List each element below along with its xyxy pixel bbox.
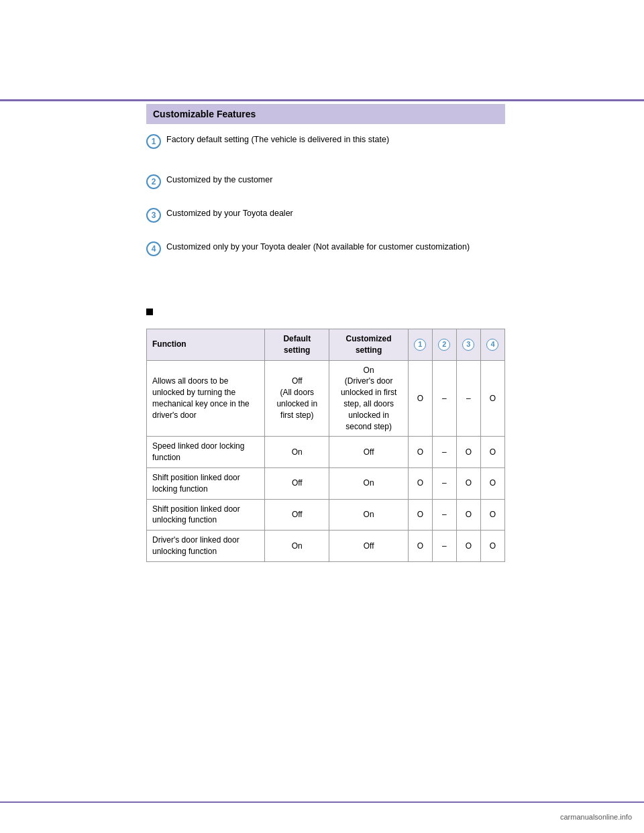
cell-customized-0: On(Driver's door unlocked in first step,… <box>329 360 408 437</box>
bullet-section <box>146 309 153 315</box>
cell-function-0: Allows all doors to be unlocked by turni… <box>147 360 265 437</box>
table-header-col4: 4 <box>480 329 504 361</box>
legend-item-4: 4 Customized only by your Toyota dealer … <box>146 241 470 256</box>
cell-col2-row1: – <box>432 437 456 468</box>
cell-col1-row4: O <box>408 531 432 562</box>
cell-col1-row1: O <box>408 437 432 468</box>
cell-function-2: Shift position linked door locking funct… <box>147 467 265 499</box>
page: Customizable Features 1 Factory default … <box>0 0 644 833</box>
table-row: Allows all doors to be unlocked by turni… <box>147 360 505 437</box>
table-row: Shift position linked door unlocking fun… <box>147 499 505 531</box>
table-header-col2: 2 <box>432 329 456 361</box>
badge-4: 4 <box>146 241 161 256</box>
features-table-container: Function Default setting Customized sett… <box>146 329 505 562</box>
cell-function-4: Driver's door linked door unlocking func… <box>147 531 265 562</box>
cell-default-2: Off <box>265 467 329 499</box>
table-header-function: Function <box>147 329 265 361</box>
header-badge-3: 3 <box>462 339 474 351</box>
table-row: Shift position linked door locking funct… <box>147 467 505 499</box>
badge-3: 3 <box>146 208 161 223</box>
cell-col3-row4: O <box>456 531 480 562</box>
legend-item-2: 2 Customized by the customer <box>146 174 272 189</box>
table-row: Driver's door linked door unlocking func… <box>147 531 505 562</box>
black-square-icon <box>146 309 153 315</box>
bottom-decorative-line <box>0 801 644 803</box>
cell-default-4: On <box>265 531 329 562</box>
legend-item-3: 3 Customized by your Toyota dealer <box>146 208 293 223</box>
logo-text: carmanualsonline.info <box>560 813 632 821</box>
cell-col3-row1: O <box>456 437 480 468</box>
cell-col2-row2: – <box>432 467 456 499</box>
table-header-col3: 3 <box>456 329 480 361</box>
cell-customized-3: On <box>329 499 408 531</box>
cell-col2-row0: – <box>432 360 456 437</box>
cell-default-1: On <box>265 437 329 468</box>
cell-col4-row4: O <box>480 531 504 562</box>
header-badge-2: 2 <box>438 339 450 351</box>
cell-col4-row2: O <box>480 467 504 499</box>
top-decorative-line <box>0 99 644 101</box>
cell-col3-row0: – <box>456 360 480 437</box>
table-header-col1: 1 <box>408 329 432 361</box>
cell-customized-2: On <box>329 467 408 499</box>
badge-2: 2 <box>146 174 161 189</box>
cell-col1-row3: O <box>408 499 432 531</box>
cell-col2-row3: – <box>432 499 456 531</box>
table-row: Speed linked door locking functionOnOffO… <box>147 437 505 468</box>
cell-col4-row1: O <box>480 437 504 468</box>
cell-function-3: Shift position linked door unlocking fun… <box>147 499 265 531</box>
header-badge-1: 1 <box>414 339 426 351</box>
cell-col1-row2: O <box>408 467 432 499</box>
cell-col4-row0: O <box>480 360 504 437</box>
legend-text-2: Customized by the customer <box>166 174 272 186</box>
cell-customized-4: Off <box>329 531 408 562</box>
cell-default-3: Off <box>265 499 329 531</box>
cell-function-1: Speed linked door locking function <box>147 437 265 468</box>
cell-col4-row3: O <box>480 499 504 531</box>
section-header-title: Customizable Features <box>153 109 256 119</box>
badge-1: 1 <box>146 134 161 149</box>
bottom-logo: carmanualsonline.info <box>560 813 632 821</box>
table-header-default: Default setting <box>265 329 329 361</box>
legend-text-4: Customized only by your Toyota dealer (N… <box>166 241 470 254</box>
section-header-bar: Customizable Features <box>146 104 505 124</box>
cell-col3-row3: O <box>456 499 480 531</box>
cell-default-0: Off(All doors unlocked in first step) <box>265 360 329 437</box>
cell-col3-row2: O <box>456 467 480 499</box>
cell-customized-1: Off <box>329 437 408 468</box>
legend-text-3: Customized by your Toyota dealer <box>166 208 293 220</box>
cell-col1-row0: O <box>408 360 432 437</box>
legend-item-1: 1 Factory default setting (The vehicle i… <box>146 134 389 149</box>
cell-col2-row4: – <box>432 531 456 562</box>
table-header-customized: Customized setting <box>329 329 408 361</box>
header-badge-4: 4 <box>486 339 498 351</box>
legend-text-1: Factory default setting (The vehicle is … <box>166 134 389 146</box>
features-table: Function Default setting Customized sett… <box>146 329 505 562</box>
